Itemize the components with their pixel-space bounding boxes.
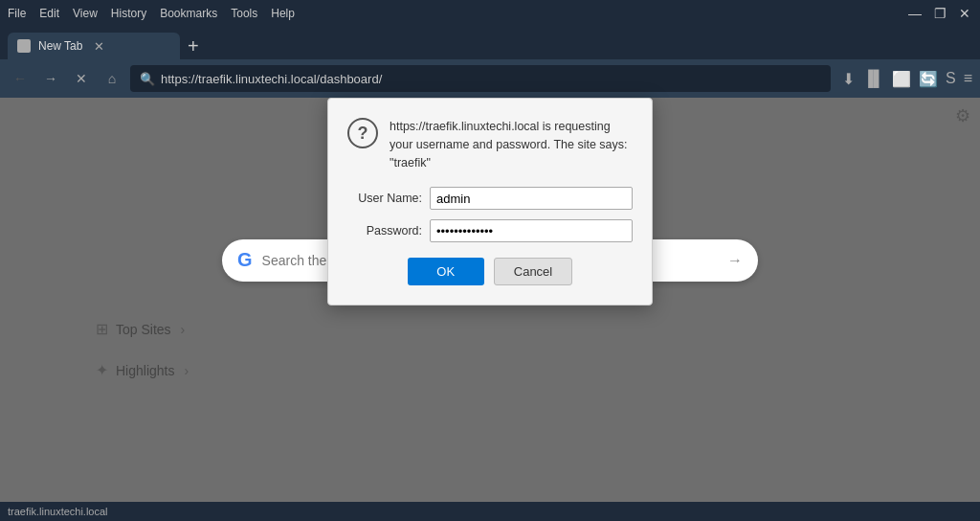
back-button[interactable]: ←: [8, 66, 33, 91]
address-bar[interactable]: 🔍 https://traefik.linuxtechi.local/dashb…: [130, 65, 831, 92]
top-sites-icon: ⊞: [96, 320, 108, 338]
ok-button[interactable]: OK: [408, 258, 484, 285]
dialog-question-icon: ?: [347, 118, 378, 148]
screenshot-icon[interactable]: ⬜: [892, 70, 911, 88]
active-tab[interactable]: New Tab ✕: [8, 33, 180, 59]
top-sites-chevron-icon: ›: [181, 322, 186, 337]
nav-bar: ← → ✕ ⌂ 🔍 https://traefik.linuxtechi.loc…: [0, 59, 980, 98]
reader-icon[interactable]: ▐▌: [862, 70, 884, 87]
search-icon: 🔍: [140, 72, 155, 86]
username-label: User Name:: [347, 192, 422, 205]
toolbar-icons: ⬇ ▐▌ ⬜ 🔄 S ≡: [842, 70, 972, 88]
url-text: https://traefik.linuxtechi.local/dashboa…: [161, 72, 821, 86]
dialog-header: ? https://traefik.linuxtechi.local is re…: [347, 118, 633, 171]
username-input[interactable]: [430, 187, 633, 210]
highlights-icon: ✦: [96, 361, 108, 379]
menu-tools[interactable]: Tools: [231, 7, 257, 20]
title-bar: File Edit View History Bookmarks Tools H…: [0, 0, 980, 27]
minimize-button[interactable]: —: [907, 6, 923, 21]
extension-icon[interactable]: S: [946, 70, 956, 87]
password-field: Password:: [347, 219, 633, 242]
close-button[interactable]: ✕: [957, 6, 972, 21]
sections: ⊞ Top Sites › ✦ Highlights ›: [96, 320, 189, 402]
menu-edit[interactable]: Edit: [39, 7, 59, 20]
home-button[interactable]: ⌂: [100, 66, 124, 91]
dialog-buttons: OK Cancel: [347, 258, 633, 285]
tab-favicon: [17, 39, 31, 53]
window-controls: — ❐ ✕: [907, 6, 972, 21]
highlights-label: Highlights: [116, 363, 174, 378]
dialog-message: https://traefik.linuxtechi.local is requ…: [390, 118, 633, 171]
restore-button[interactable]: ❐: [932, 6, 947, 21]
new-tab-button[interactable]: +: [188, 36, 199, 59]
menu-view[interactable]: View: [73, 7, 98, 20]
password-label: Password:: [347, 224, 422, 238]
forward-button[interactable]: →: [38, 66, 63, 91]
gear-area: ⚙: [955, 105, 970, 126]
google-logo: G: [237, 249, 253, 271]
status-bar: traefik.linuxtechi.local: [0, 502, 980, 521]
menu-bar: File Edit View History Bookmarks Tools H…: [8, 7, 295, 20]
status-text: traefik.linuxtechi.local: [8, 506, 108, 517]
menu-bookmarks[interactable]: Bookmarks: [160, 7, 217, 20]
top-sites-section[interactable]: ⊞ Top Sites ›: [96, 320, 189, 338]
download-icon[interactable]: ⬇: [842, 70, 855, 88]
password-input[interactable]: [430, 219, 633, 242]
sync-icon[interactable]: 🔄: [919, 70, 938, 88]
tab-title: New Tab: [38, 39, 82, 53]
menu-history[interactable]: History: [111, 7, 146, 20]
cancel-button[interactable]: Cancel: [494, 258, 572, 285]
username-field: User Name:: [347, 187, 633, 210]
tab-bar: New Tab ✕ +: [0, 27, 980, 59]
auth-dialog: ? https://traefik.linuxtechi.local is re…: [327, 98, 653, 306]
menu-help[interactable]: Help: [271, 7, 295, 20]
stop-reload-button[interactable]: ✕: [69, 66, 94, 91]
tab-close-button[interactable]: ✕: [94, 39, 104, 54]
menu-file[interactable]: File: [8, 7, 26, 20]
highlights-chevron-icon: ›: [184, 363, 189, 378]
menu-icon[interactable]: ≡: [964, 70, 972, 87]
search-arrow-icon[interactable]: →: [727, 252, 743, 269]
highlights-section[interactable]: ✦ Highlights ›: [96, 361, 189, 379]
settings-icon[interactable]: ⚙: [955, 106, 970, 125]
top-sites-label: Top Sites: [116, 322, 171, 337]
